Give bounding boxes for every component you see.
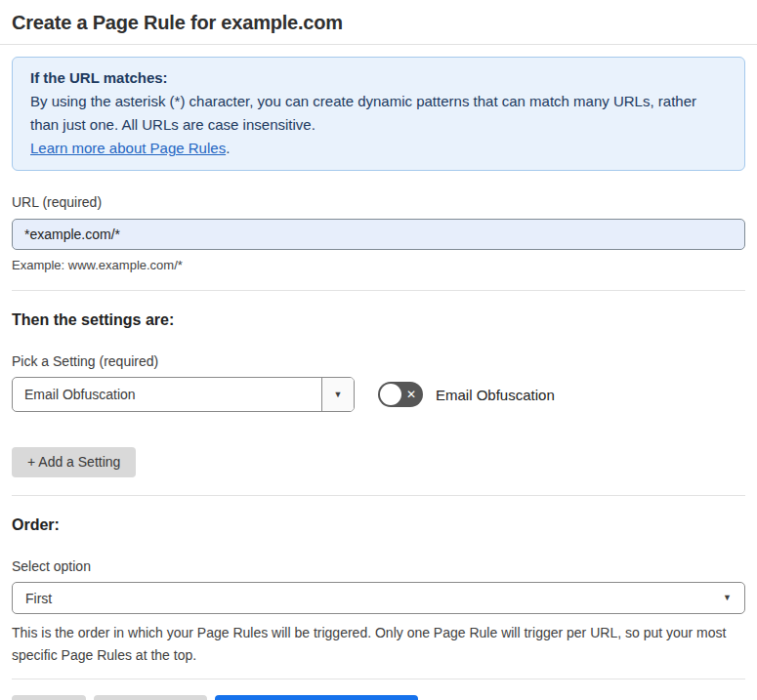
cancel-button[interactable]: Cancel [12, 695, 86, 700]
chevron-down-icon: ▼ [723, 594, 732, 602]
divider [0, 44, 757, 45]
info-box-link-line: Learn more about Page Rules. [30, 137, 727, 160]
divider [12, 495, 745, 496]
save-and-deploy-button[interactable]: Save and Deploy Page Rule [215, 695, 418, 700]
add-setting-button[interactable]: + Add a Setting [12, 447, 136, 477]
setting-row: Email Obfuscation ▼ ✕ Email Obfuscation [12, 377, 745, 412]
info-box-heading: If the URL matches: [30, 66, 727, 90]
pick-setting-label: Pick a Setting (required) [12, 353, 745, 370]
setting-select[interactable]: Email Obfuscation ▼ [12, 377, 355, 412]
toggle-knob [380, 384, 401, 405]
order-select[interactable]: First ▼ [12, 582, 745, 614]
setting-select-arrow-button[interactable]: ▼ [321, 378, 354, 411]
setting-select-value: Email Obfuscation [13, 378, 321, 411]
create-page-rule-form: Create a Page Rule for example.com If th… [0, 0, 757, 700]
divider [12, 290, 745, 291]
toggle-label: Email Obfuscation [436, 387, 555, 403]
url-field-label: URL (required) [12, 194, 745, 211]
page-title: Create a Page Rule for example.com [12, 10, 745, 35]
url-example-text: Example: www.example.com/* [12, 258, 745, 273]
settings-section-heading: Then the settings are: [12, 310, 745, 330]
toggle-off-x-icon: ✕ [406, 382, 416, 407]
learn-more-link[interactable]: Learn more about Page Rules [30, 140, 226, 156]
chevron-down-icon: ▼ [334, 391, 343, 399]
email-obfuscation-toggle[interactable]: ✕ [378, 382, 423, 407]
info-box-body: By using the asterisk (*) character, you… [30, 90, 727, 137]
order-help-text: This is the order in which your Page Rul… [12, 622, 739, 667]
url-match-info-box: If the URL matches: By using the asteris… [12, 57, 745, 171]
order-section-heading: Order: [12, 515, 745, 535]
order-select-label: Select option [12, 558, 745, 575]
divider [12, 679, 745, 679]
link-period: . [226, 140, 230, 156]
order-select-value: First [25, 591, 723, 606]
save-as-draft-button[interactable]: Save as Draft [94, 695, 208, 700]
footer-buttons: Cancel Save as Draft Save and Deploy Pag… [12, 695, 745, 700]
url-input[interactable] [12, 219, 745, 250]
